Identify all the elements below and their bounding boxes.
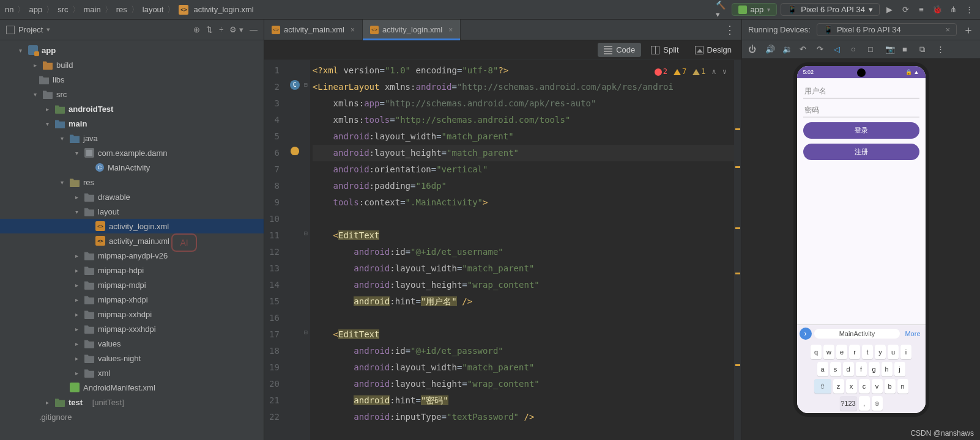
tree-libs[interactable]: libs [0,72,264,87]
add-device-icon[interactable]: ＋ [963,23,974,37]
emulator-screen[interactable]: 5:02 🔒 ▲ 登录 注册 › MainActivity More qwert… [793,62,929,417]
kb-key[interactable]: g [869,362,880,376]
debug-icon[interactable]: 🐞 [931,4,943,16]
tree-res[interactable]: ▾res [0,175,264,189]
next-highlight-icon[interactable]: ∨ [722,64,727,80]
build-hammer-icon[interactable]: 🔨 ▾ [716,4,728,16]
design-view-button[interactable]: Design [689,43,738,57]
profile-icon[interactable]: ⋔ [947,4,959,16]
tree-mipmap-xh[interactable]: ▸mipmap-xhdpi [0,292,264,307]
screenshot-icon[interactable]: 📷 [885,45,895,54]
project-tree[interactable]: ▾app ▸build libs ▾src ▸androidTest ▾main… [0,40,264,440]
kb-arrow-icon[interactable]: › [800,328,812,340]
bulb-icon[interactable] [291,147,299,155]
project-title[interactable]: Project [18,25,43,34]
breadcrumb[interactable]: nn〉 app〉 src〉 main〉 res〉 layout〉 <> acti… [5,4,716,15]
kb-key[interactable]: u [888,345,899,359]
run-icon[interactable]: ▶ [883,4,896,16]
tree-class-main[interactable]: CMainActivity [0,160,264,175]
tree-values-night[interactable]: ▸values-night [0,351,264,365]
tree-mipmap-m[interactable]: ▸mipmap-mdpi [0,277,264,292]
rotate-right-icon[interactable]: ↷ [817,45,826,54]
kb-key[interactable]: ☺ [872,396,883,411]
kb-key[interactable]: q [811,345,822,359]
weak-warning-count[interactable]: 1 [692,64,705,80]
prev-highlight-icon[interactable]: ∧ [712,64,716,80]
code-content[interactable]: <?xml version="1.0" encoding="utf-8"?> <… [310,60,734,440]
tree-mipmap-h[interactable]: ▸mipmap-hdpi [0,263,264,277]
et-username[interactable] [803,84,919,98]
fold-gutter[interactable]: ⊟⊟⊟ [302,60,310,440]
back-icon[interactable]: ◁ [834,45,844,54]
tree-package[interactable]: ▾com.example.damn [0,145,264,160]
code-editor[interactable]: 12345678910111213141516171819202122 C ⊟⊟… [264,60,741,440]
tree-test[interactable]: ▸test [unitTest] [0,395,264,409]
display-icon[interactable]: ⧉ [919,45,929,54]
tree-java[interactable]: ▾java [0,131,264,145]
apply-changes-icon[interactable]: ⟳ [899,4,911,16]
kb-key[interactable]: y [875,345,886,359]
rotate-left-icon[interactable]: ↶ [800,45,809,54]
more-icon[interactable]: ⋮ [937,45,946,54]
record-icon[interactable]: ■ [902,45,912,54]
tab-activity-login[interactable]: activity_login.xml × [363,20,461,40]
kb-key[interactable]: v [872,379,883,394]
kb-key[interactable]: i [900,345,911,359]
error-count[interactable]: 2 [655,64,667,80]
login-button[interactable]: 登录 [803,122,919,139]
kb-more[interactable]: More [902,330,922,337]
kb-key[interactable]: j [894,362,905,376]
kb-key[interactable]: w [823,345,834,359]
breadcrumb-file[interactable]: activity_login.xml [193,5,253,14]
more-icon[interactable]: ⋮ [963,4,975,16]
settings-icon[interactable]: ⚙ ▾ [229,25,243,34]
tree-androidTest[interactable]: ▸androidTest [0,101,264,116]
tab-activity-main[interactable]: activity_main.xml × [264,20,363,40]
close-icon[interactable]: × [945,25,950,34]
power-icon[interactable]: ⏻ [748,45,758,54]
kb-suggestion[interactable]: MainActivity [814,329,900,339]
run-config-selector[interactable]: app ▾ [732,3,778,16]
kb-key[interactable]: t [862,345,873,359]
tree-build[interactable]: ▸build [0,57,264,72]
collapse-icon[interactable]: ÷ [219,25,223,34]
tree-manifest[interactable]: AndroidManifest.xml [0,380,264,395]
kb-key[interactable]: ⇧ [814,379,831,394]
soft-keyboard[interactable]: › MainActivity More qwertyuiasdfghj⇧zxcv… [797,324,926,413]
tree-mipmap-any[interactable]: ▸mipmap-anydpi-v26 [0,248,264,263]
kb-key[interactable]: e [836,345,847,359]
overview-icon[interactable]: □ [868,45,878,54]
split-view-button[interactable]: Split [645,43,685,57]
kb-key[interactable]: h [882,362,893,376]
vol-down-icon[interactable]: 🔉 [782,45,792,54]
device-selector[interactable]: 📱 Pixel 6 Pro API 34 ▾ [781,3,880,16]
tree-file-login[interactable]: <>activity_login.xml [0,219,264,233]
tree-file-main[interactable]: <>activity_main.xml [0,233,264,248]
tree-values[interactable]: ▸values [0,336,264,351]
kb-key[interactable]: x [846,379,857,394]
kb-key[interactable]: d [843,362,854,376]
kb-key[interactable]: s [830,362,841,376]
kb-key[interactable]: b [885,379,896,394]
kb-key[interactable]: , [859,396,870,411]
tree-gitignore[interactable]: .gitignore [0,409,264,424]
select-opened-icon[interactable]: ⊕ [193,25,200,34]
breadcrumb-part[interactable]: res [116,5,127,14]
kb-key[interactable]: f [856,362,867,376]
running-device-chip[interactable]: 📱 Pixel 6 Pro API 34 × [817,23,957,36]
close-icon[interactable]: × [351,26,355,34]
close-icon[interactable]: × [448,26,453,34]
warning-count[interactable]: 7 [674,64,686,80]
tree-app[interactable]: ▾app [0,43,264,57]
expand-icon[interactable]: ⇅ [206,25,213,34]
line-gutter[interactable]: 12345678910111213141516171819202122 [264,60,288,440]
tree-src[interactable]: ▾src [0,87,264,101]
kb-key[interactable]: n [897,379,908,394]
tree-mipmap-xxxh[interactable]: ▸mipmap-xxxhdpi [0,321,264,336]
tree-main[interactable]: ▾main [0,116,264,131]
error-stripe[interactable] [734,60,741,440]
breadcrumb-part[interactable]: src [58,5,68,14]
tree-drawable[interactable]: ▸drawable [0,189,264,204]
breadcrumb-part[interactable]: layout [143,5,164,14]
breadcrumb-part[interactable]: app [29,5,42,14]
